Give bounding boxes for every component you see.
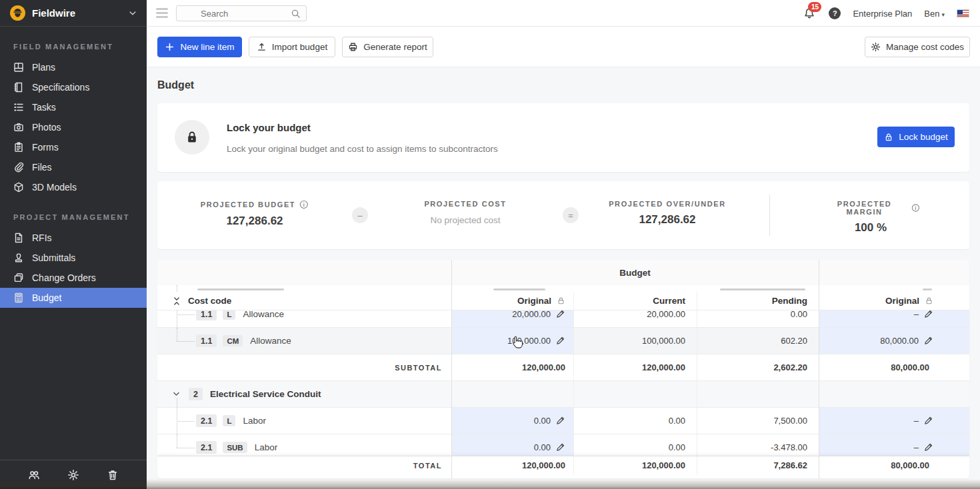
pending-cell: 602.20 — [697, 328, 819, 354]
tasks-icon — [13, 102, 24, 113]
gear-icon[interactable] — [67, 469, 79, 481]
chevron-down-icon[interactable] — [128, 9, 137, 18]
fieldwire-logo — [10, 5, 25, 21]
gear-icon — [871, 42, 881, 52]
search-input[interactable] — [177, 6, 277, 21]
projected-over-under-value: 127,286.62 — [609, 213, 726, 227]
stat-projected-cost: PROJECTED COST No projected cost — [424, 200, 506, 225]
sidebar-item-photos[interactable]: Photos — [0, 117, 147, 137]
generate-report-button[interactable]: Generate report — [342, 37, 433, 57]
type-tag: SUB — [223, 442, 247, 453]
sidebar-item-submittals[interactable]: Submittals — [0, 248, 147, 268]
info-icon[interactable] — [911, 203, 920, 213]
question-mark-icon: ? — [833, 9, 837, 17]
sidebar-item-forms[interactable]: Forms — [0, 137, 147, 157]
projected-budget-value: 127,286.62 — [201, 215, 309, 228]
specifications-icon — [13, 82, 24, 93]
sidebar: Fieldwire FIELD MANAGEMENT Plans Specifi… — [0, 0, 147, 489]
help-button[interactable]: ? — [829, 7, 841, 19]
top-bar: 15 ? Enterprise Plan Ben▾ — [147, 0, 980, 27]
document-icon — [13, 233, 24, 243]
category-name: Electrical Service Conduit — [210, 389, 321, 399]
notification-badge: 15 — [808, 2, 821, 12]
notifications-button[interactable]: 15 — [803, 7, 817, 20]
original2-cell[interactable]: 80,000.00 — [819, 328, 969, 354]
user-menu[interactable]: Ben▾ — [924, 9, 945, 19]
pencil-icon[interactable] — [555, 310, 565, 319]
unlock-icon[interactable] — [557, 296, 565, 305]
us-flag-icon[interactable] — [957, 9, 969, 18]
search-icon[interactable] — [291, 9, 301, 19]
trash-icon[interactable] — [107, 469, 119, 481]
pencil-icon[interactable] — [923, 336, 933, 346]
clipboard-icon — [13, 142, 24, 153]
new-line-item-button[interactable]: New line item — [157, 37, 242, 57]
current-cell: 20,000.00 — [573, 310, 697, 327]
sidebar-footer — [0, 460, 147, 489]
stat-projected-over-under: PROJECTED OVER/UNDER 127,286.62 — [609, 200, 726, 227]
search-box — [176, 5, 307, 21]
cost-code-header: Cost code — [157, 292, 451, 310]
sidebar-item-change-orders[interactable]: Change Orders — [0, 268, 147, 288]
total-original: 120,000.00 — [451, 456, 573, 474]
column-group-divider — [451, 260, 452, 478]
cost-code-badge: 2.1 — [196, 414, 217, 427]
sidebar-item-plans[interactable]: Plans — [0, 57, 147, 77]
total-label: TOTAL — [413, 462, 442, 470]
pencil-icon[interactable] — [923, 416, 933, 426]
original2-cell[interactable]: – — [819, 408, 969, 434]
stats-divider — [769, 195, 770, 236]
subtotal-current: 120,000.00 — [573, 354, 697, 380]
pencil-icon[interactable] — [555, 416, 565, 426]
clipped-scrolled-row — [157, 285, 969, 292]
pencil-icon[interactable] — [555, 336, 565, 346]
users-icon[interactable] — [28, 469, 40, 481]
pencil-icon[interactable] — [555, 442, 565, 452]
camera-icon — [13, 122, 24, 133]
sidebar-item-specifications[interactable]: Specifications — [0, 77, 147, 97]
original-cell[interactable]: 0.00 — [451, 408, 573, 434]
hamburger-menu-icon[interactable] — [156, 8, 168, 18]
collapse-all-icon[interactable] — [172, 296, 181, 306]
table-row[interactable]: 1.1CMAllowance 100,000.00 100,000.00 602… — [157, 328, 969, 354]
sidebar-item-budget[interactable]: Budget — [0, 288, 147, 308]
caret-down-icon: ▾ — [941, 11, 945, 18]
sidebar-item-rfis[interactable]: RFIs — [0, 228, 147, 248]
project-switcher[interactable]: Fieldwire — [0, 0, 147, 27]
manage-cost-codes-button[interactable]: Manage cost codes — [865, 37, 970, 57]
chevron-down-icon[interactable] — [172, 390, 181, 398]
pencil-icon[interactable] — [923, 442, 933, 452]
table-row[interactable]: 2.1LLabor 0.00 0.00 7,500.00 – — [157, 408, 969, 434]
table-row[interactable]: 1.1LAllowance 20,000.00 20,000.00 0.00 – — [157, 310, 969, 328]
unlock-icon[interactable] — [925, 296, 933, 305]
category-code-badge: 2 — [189, 388, 203, 400]
category-row[interactable]: 2 Electrical Service Conduit — [157, 381, 969, 408]
type-tag: L — [223, 415, 235, 426]
pencil-icon[interactable] — [923, 310, 933, 319]
stamp-icon — [13, 252, 24, 263]
sidebar-item-3d-models[interactable]: 3D Models — [0, 177, 147, 197]
import-budget-button[interactable]: Import budget — [249, 37, 335, 57]
minus-operator: – — [352, 207, 368, 223]
sidebar-item-tasks[interactable]: Tasks — [0, 97, 147, 117]
cube-icon — [13, 182, 24, 193]
column-group-divider — [819, 260, 819, 478]
original2-cell[interactable]: – — [819, 310, 969, 327]
total-pending: 7,286.62 — [697, 456, 819, 474]
total-current: 120,000.00 — [573, 456, 697, 474]
cost-code-badge: 2.1 — [196, 441, 217, 454]
lock-budget-banner: Lock your budget Lock your original budg… — [157, 103, 969, 172]
plus-icon — [165, 42, 175, 52]
table-row-clip: 1.1LAllowance 20,000.00 20,000.00 0.00 – — [157, 310, 969, 328]
lock-budget-button[interactable]: Lock budget — [877, 127, 955, 147]
subtotal-row: SUBTOTAL 120,000.00 120,000.00 2,602.20 … — [157, 354, 969, 381]
calculator-icon — [13, 292, 24, 303]
original-cell[interactable]: 20,000.00 — [451, 310, 573, 327]
info-icon[interactable] — [299, 200, 309, 209]
plans-icon — [13, 62, 24, 73]
lock-icon — [185, 130, 199, 145]
page-bottom-shadow — [0, 479, 980, 489]
total-row: TOTAL 120,000.00 120,000.00 7,286.62 80,… — [157, 456, 969, 474]
pending-cell: 7,500.00 — [697, 408, 819, 434]
sidebar-item-files[interactable]: Files — [0, 157, 147, 177]
